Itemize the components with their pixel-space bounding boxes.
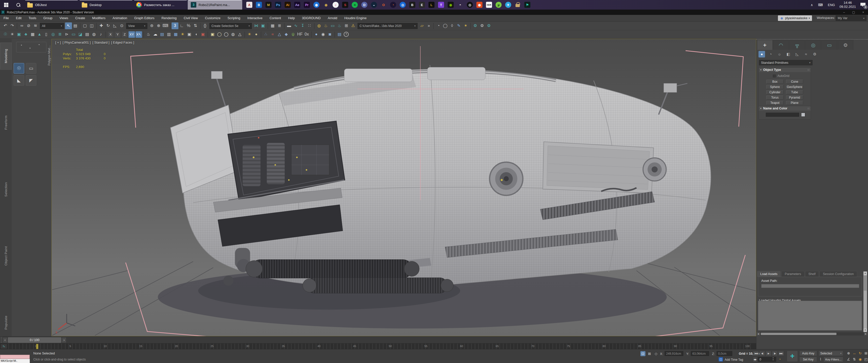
subtab-systems[interactable]: ⚙ xyxy=(811,51,818,58)
go-to-start-button[interactable]: |◀◀ xyxy=(753,351,759,356)
fur-ox-icon[interactable]: 0x xyxy=(303,31,310,38)
toggle-scene-explorer-icon[interactable]: ▦ xyxy=(269,23,276,29)
app-lock[interactable] xyxy=(515,2,521,8)
app-tunnel[interactable]: ⚑ xyxy=(524,2,530,8)
sun-icon[interactable]: ☀ xyxy=(246,31,253,38)
language-indicator[interactable]: ENG xyxy=(825,0,837,9)
app-epic-games[interactable]: E xyxy=(419,2,425,8)
object-type-button[interactable]: Cylinder xyxy=(766,90,783,94)
subtab-space-warps[interactable]: ≈ xyxy=(803,51,809,58)
ribbon-poly-cursor-button[interactable]: ◤ xyxy=(26,75,36,86)
app-spotify[interactable]: ≈ xyxy=(352,2,358,8)
bind-to-space-warp-icon[interactable]: ≋ xyxy=(32,23,39,29)
pan-icon[interactable]: ↔ xyxy=(851,351,857,356)
percent-snap-icon[interactable]: % xyxy=(185,23,192,29)
cloud-icon[interactable]: ☁ xyxy=(152,31,159,38)
building-icon[interactable]: ▦ xyxy=(29,31,36,38)
menu-item[interactable]: Views xyxy=(56,15,72,22)
ribbon-mode-button[interactable]: ▭ xyxy=(26,63,36,74)
ribbon-panel-title[interactable]: Polygon Mod... xyxy=(48,45,51,66)
app-bluebeam[interactable]: B xyxy=(256,2,262,8)
menu-item[interactable]: Tools xyxy=(25,15,40,22)
zoom-extents-icon[interactable]: ⊞ xyxy=(863,351,868,356)
app-premiere[interactable]: Pr xyxy=(304,2,310,8)
object-type-button[interactable]: Cone xyxy=(786,80,803,84)
y-coordinate-field[interactable]: 63,064cm xyxy=(691,351,709,356)
houdini-tab-load-assets[interactable]: Load Assets xyxy=(757,271,781,277)
pine-icon[interactable]: ▲ xyxy=(36,31,43,38)
time-configuration-icon[interactable]: ◔ xyxy=(777,357,782,362)
rock-icon[interactable]: ◆ xyxy=(283,31,290,38)
app-film-reel[interactable]: ◉ xyxy=(323,2,329,8)
tab-create[interactable]: + xyxy=(757,40,773,50)
sphere-tan-icon[interactable]: ● xyxy=(253,31,260,38)
hair-fur-icon[interactable]: HF xyxy=(297,31,303,38)
axis-z-button[interactable]: Z xyxy=(121,31,128,38)
tool-paint-icon[interactable]: ✎ xyxy=(456,23,462,29)
z-coordinate-field[interactable]: 0,0cm xyxy=(717,351,732,356)
dope-sheet-icon[interactable]: ↧ xyxy=(299,23,306,29)
app-steam[interactable]: ◒ xyxy=(371,2,377,8)
menu-item[interactable]: Houdini Engine xyxy=(341,15,370,22)
app-telegram[interactable]: ✈ xyxy=(505,2,511,8)
redo-icon[interactable]: ↷ xyxy=(9,23,16,29)
taskbar-window-objtest[interactable]: OBJtest xyxy=(24,0,79,9)
lamp-icon[interactable]: ☀ xyxy=(179,31,186,38)
menu-item[interactable]: Civil View xyxy=(180,15,202,22)
trees-icon[interactable]: ♣ xyxy=(23,31,29,38)
previous-frame-button[interactable]: ◀| xyxy=(759,351,765,356)
subtab-shapes[interactable]: ◔ xyxy=(767,51,774,58)
ribbon-tab-freeform[interactable]: Freeform xyxy=(0,109,11,136)
next-frame-button[interactable]: |▶ xyxy=(772,351,778,356)
slide-panel-icon[interactable]: ▭ xyxy=(70,31,77,38)
toolbar-overflow-icon[interactable]: » xyxy=(426,23,432,29)
app-aftereffects[interactable]: Ae xyxy=(294,2,300,8)
particles-icon[interactable]: ∴ xyxy=(262,31,269,38)
project-path-dropdown[interactable]: C:\Users\Rake...\3ds Max 2020▾ xyxy=(358,23,417,29)
maximize-viewport-toggle-icon[interactable]: ◰ xyxy=(863,357,868,362)
keyboard-shortcut-override-icon[interactable]: ⌨ xyxy=(162,23,169,29)
menu-item[interactable]: Create xyxy=(72,15,89,22)
object-type-button[interactable]: GeoSphere xyxy=(786,85,803,89)
time-tag-cube-icon[interactable]: ◫ xyxy=(719,357,723,362)
rendered-frame-window-icon[interactable]: ▭ xyxy=(329,23,336,29)
absolute-mode-transform-icon[interactable]: ◇ xyxy=(653,351,658,356)
go-to-end-button[interactable]: ▶▶| xyxy=(778,351,784,356)
civil-view-gear-right-icon[interactable]: ⚙ xyxy=(486,23,492,29)
align-icon[interactable]: ▣ xyxy=(260,23,267,29)
tab-hierarchy[interactable]: ╦ xyxy=(789,40,805,50)
list-panel-icon[interactable]: ▥ xyxy=(165,31,172,38)
schematic-view-icon[interactable]: ∷ xyxy=(306,23,313,29)
menu-item[interactable]: Animation xyxy=(109,15,131,22)
app-illustrator[interactable]: Ai xyxy=(285,2,291,8)
molecule-icon[interactable]: ∝ xyxy=(269,31,276,38)
menu-item[interactable]: Content xyxy=(266,15,285,22)
spinner-snap-icon[interactable]: ⇅ xyxy=(192,23,199,29)
zoom-sphere-icon[interactable]: ◉ xyxy=(320,31,327,38)
maximize-button[interactable]: ▢ xyxy=(849,10,859,14)
app-firefox[interactable]: ◔ xyxy=(390,2,396,8)
subtab-cameras[interactable]: ◧ xyxy=(785,51,792,58)
viewport-canvas[interactable]: x xyxy=(52,39,756,336)
red-camera-icon[interactable]: ▣ xyxy=(199,31,207,38)
ribbon-tab-modeling[interactable]: Modeling xyxy=(0,42,11,70)
object-type-button[interactable]: Pyramid xyxy=(786,96,803,100)
rollout-grip-icon[interactable]: ∷ xyxy=(808,107,809,110)
grass-icon[interactable]: ψ xyxy=(290,31,297,38)
snaps-toggle-icon[interactable]: 3 xyxy=(172,23,178,29)
torus-icon[interactable]: ◎ xyxy=(50,31,57,38)
selection-filter-dropdown[interactable]: All▾ xyxy=(40,23,64,29)
menu-item[interactable]: Scripting xyxy=(224,15,244,22)
zoom-icon[interactable]: ⊕ xyxy=(846,351,851,356)
panel-splitter[interactable] xyxy=(756,39,868,40)
track-bar[interactable]: ∿ 05101520253035404550556065707580859095… xyxy=(0,343,756,349)
object-type-button[interactable]: Torus xyxy=(766,96,783,100)
render-setup-icon[interactable]: ♨ xyxy=(322,23,329,29)
select-and-move-icon[interactable]: ✚ xyxy=(98,23,105,29)
material-editor-icon[interactable]: ◍ xyxy=(316,23,322,29)
app-utorrent[interactable]: µ xyxy=(496,2,502,8)
tray-chevron-icon[interactable]: ∧ xyxy=(808,0,815,9)
app-photoshop[interactable]: Ps xyxy=(275,2,281,8)
sliders-panel-icon[interactable]: ▦ xyxy=(172,31,179,38)
rectangular-selection-region-icon[interactable]: ▢ xyxy=(82,23,88,29)
